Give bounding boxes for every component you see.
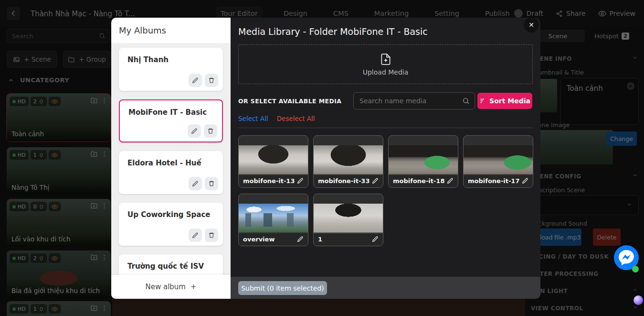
edit-album-button[interactable]	[189, 177, 202, 190]
trash-icon	[208, 180, 215, 187]
delete-album-button[interactable]	[205, 229, 218, 242]
online-status-dot	[632, 266, 639, 272]
edit-album-button[interactable]	[189, 229, 202, 242]
media-card[interactable]: 1	[313, 194, 383, 246]
pencil-icon[interactable]	[372, 177, 379, 184]
media-name: mobifone-it-13	[243, 177, 295, 185]
media-name: mobifone-it-17	[468, 177, 519, 185]
plus-icon: +	[190, 283, 197, 291]
media-name: mobifone-it-18	[393, 177, 444, 185]
pencil-icon	[191, 128, 198, 134]
select-all-link[interactable]: Select All	[238, 115, 268, 122]
album-card-selected[interactable]: MobiFone IT - Basic	[119, 99, 223, 142]
media-search-input[interactable]	[359, 97, 462, 105]
search-icon	[462, 97, 470, 105]
media-thumbnail	[314, 204, 383, 233]
media-thumbnail	[389, 145, 458, 175]
select-media-section-label: OR SELECT AVAILABLE MEDIA	[238, 98, 341, 105]
sort-media-button[interactable]: Sort Media	[477, 93, 532, 109]
delete-album-button[interactable]	[205, 177, 218, 190]
upload-media-dropzone[interactable]: Upload Media	[238, 44, 533, 84]
album-actions	[189, 229, 218, 242]
edit-album-button[interactable]	[189, 74, 202, 87]
sort-media-label: Sort Media	[489, 97, 530, 105]
album-name: Trường quốc tế ISV	[127, 262, 204, 271]
album-card[interactable]: Up Coworking Space	[119, 203, 223, 246]
trash-icon	[208, 232, 215, 239]
pencil-icon[interactable]	[522, 177, 528, 184]
album-actions	[189, 74, 218, 87]
media-thumbnail	[464, 145, 533, 175]
album-actions	[189, 177, 218, 190]
app-screen: Thành Nhà Mạc - Nàng Tô T... Tour Editor…	[0, 0, 644, 316]
trash-icon	[207, 128, 214, 134]
albums-list: Nhị Thanh MobiFone IT - Basic Eldora Hot…	[111, 43, 231, 293]
album-card[interactable]: Eldora Hotel - Huế	[119, 151, 223, 194]
modal-footer: Submit (0 item selected)	[231, 277, 540, 299]
modal-title: Media Library - Folder MobiFone IT - Bas…	[238, 26, 428, 37]
media-card[interactable]: mobifone-it-13	[238, 135, 308, 188]
media-name: mobifone-it-33	[318, 177, 370, 185]
media-name: 1	[318, 236, 322, 243]
pencil-icon	[192, 232, 199, 239]
album-name: Up Coworking Space	[127, 210, 211, 219]
album-actions	[188, 124, 217, 138]
pencil-icon[interactable]	[297, 177, 304, 184]
media-thumbnail	[239, 204, 308, 233]
new-album-label: New album	[145, 283, 186, 291]
submit-button[interactable]: Submit (0 item selected)	[238, 281, 327, 295]
deselect-all-link[interactable]: Deselect All	[277, 115, 315, 122]
media-name: overview	[243, 236, 274, 243]
delete-album-button[interactable]	[205, 74, 218, 87]
trash-icon	[208, 77, 215, 84]
selection-links: Select All Deselect All	[238, 115, 315, 122]
media-card[interactable]: mobifone-it-33	[313, 135, 383, 188]
album-name: MobiFone IT - Basic	[128, 108, 207, 117]
media-thumbnail	[239, 145, 308, 175]
albums-panel: My Albums Nhị Thanh MobiFone IT - Basic …	[111, 18, 231, 299]
chat-widget-icon[interactable]	[633, 295, 643, 305]
close-modal-button[interactable]: ✕	[524, 17, 539, 33]
divider	[238, 128, 533, 128]
sort-icon	[479, 98, 486, 104]
pencil-icon[interactable]	[372, 236, 379, 242]
media-search[interactable]	[353, 92, 475, 109]
media-library-modal: Media Library - Folder MobiFone IT - Bas…	[231, 18, 540, 299]
pencil-icon	[192, 180, 199, 187]
file-plus-icon	[380, 53, 392, 65]
media-card[interactable]: overview	[238, 194, 308, 246]
pencil-icon	[192, 77, 199, 84]
new-album-button[interactable]: New album +	[111, 275, 231, 299]
upload-media-label: Upload Media	[363, 68, 409, 76]
album-name: Eldora Hotel - Huế	[127, 159, 201, 167]
albums-panel-title: My Albums	[119, 25, 166, 35]
edit-album-button[interactable]	[188, 124, 201, 138]
delete-album-button[interactable]	[204, 124, 217, 138]
media-card[interactable]: mobifone-it-17	[463, 135, 533, 188]
album-card[interactable]: Nhị Thanh	[119, 48, 223, 91]
media-thumbnail	[314, 145, 383, 175]
media-card[interactable]: mobifone-it-18	[388, 135, 458, 188]
pencil-icon[interactable]	[447, 177, 454, 184]
album-name: Nhị Thanh	[127, 55, 169, 64]
pencil-icon[interactable]	[297, 236, 304, 242]
